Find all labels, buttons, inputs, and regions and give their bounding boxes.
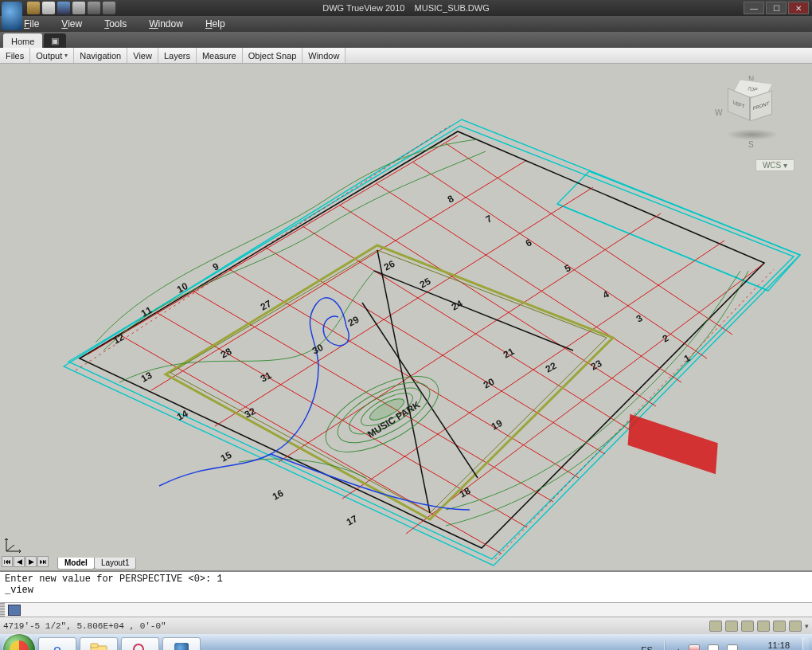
svg-text:17: 17 <box>345 513 360 528</box>
maximize-button[interactable]: ☐ <box>766 2 787 14</box>
task-explorer-icon[interactable] <box>80 637 118 650</box>
svg-text:30: 30 <box>310 342 326 357</box>
panel-navigation[interactable]: Navigation <box>74 48 127 63</box>
menu-tools[interactable]: Tools <box>104 18 127 29</box>
command-history[interactable]: Enter new value for PERSPECTIVE <0>: 1 _… <box>0 572 812 602</box>
compass-s: S <box>748 140 754 149</box>
status-toggle-4-icon[interactable] <box>757 621 770 632</box>
svg-text:21: 21 <box>502 346 517 361</box>
svg-text:29: 29 <box>346 314 361 329</box>
status-toggle-5-icon[interactable] <box>773 621 786 632</box>
tray-chevron-icon[interactable]: ▴ <box>677 646 681 650</box>
menu-window[interactable]: Window <box>149 18 183 29</box>
title-bar: DWG TrueView 2010 MUSIC_SUB.DWG — ☐ ✕ <box>0 0 812 16</box>
svg-text:18: 18 <box>458 485 473 500</box>
tray-volume-icon[interactable] <box>727 644 738 650</box>
svg-text:3: 3 <box>634 312 645 325</box>
viewcube-shadow <box>726 129 779 140</box>
svg-text:31: 31 <box>259 370 274 385</box>
svg-text:16: 16 <box>271 487 286 503</box>
ribbon-tab-strip: Home ▣ <box>0 32 812 48</box>
tray-time: 11:18 <box>746 640 790 650</box>
command-grip-icon[interactable] <box>0 603 5 617</box>
layout-tab-layout1[interactable]: Layout1 <box>94 558 137 570</box>
command-input[interactable] <box>23 605 812 615</box>
drawing-svg: MUSIC PARK 1 2 3 4 5 6 7 8 9 10 11 12 13… <box>0 64 812 570</box>
svg-rect-39 <box>91 644 98 648</box>
status-toggle-2-icon[interactable] <box>725 621 738 632</box>
svg-text:19: 19 <box>490 417 505 433</box>
tab-home[interactable]: Home <box>3 33 42 48</box>
status-toggle-3-icon[interactable] <box>741 621 754 632</box>
svg-text:4: 4 <box>601 288 611 301</box>
ribbon: Files Output Navigation View Layers Meas… <box>0 48 812 64</box>
status-coords: 4719'-5 1/2", 5.806E+04 , 0'-0" <box>3 621 166 631</box>
svg-text:15: 15 <box>219 449 234 464</box>
file-name: MUSIC_SUB.DWG <box>415 3 490 13</box>
tray-clock[interactable]: 11:18 17/11/2009 <box>746 640 790 650</box>
svg-text:22: 22 <box>544 360 559 375</box>
status-menu-chevron-icon[interactable]: ▾ <box>805 622 809 630</box>
tab-expand[interactable]: ▣ <box>44 33 66 48</box>
start-button[interactable] <box>3 634 35 650</box>
svg-text:25: 25 <box>418 276 433 291</box>
svg-text:26: 26 <box>382 258 397 273</box>
svg-text:7: 7 <box>484 213 494 225</box>
panel-object-snap[interactable]: Object Snap <box>243 48 303 63</box>
svg-text:24: 24 <box>450 298 465 313</box>
tray-separator <box>664 641 666 650</box>
svg-rect-5 <box>628 414 718 474</box>
svg-text:8: 8 <box>446 193 456 206</box>
layout-nav-arrows: ⏮ ◀ ▶ ⏭ <box>2 556 49 567</box>
task-ie-icon[interactable]: e <box>38 637 76 650</box>
command-input-row <box>0 602 812 617</box>
nav-first-icon[interactable]: ⏮ <box>2 556 13 567</box>
nav-last-icon[interactable]: ⏭ <box>37 556 49 567</box>
tray-network-icon[interactable] <box>708 644 719 650</box>
panel-window[interactable]: Window <box>303 48 345 63</box>
view-cube[interactable]: N W S TOP LEFT FRONT <box>716 75 788 147</box>
svg-text:20: 20 <box>482 376 497 391</box>
menu-bar: File View Tools Window Help <box>0 16 812 32</box>
qat-new-icon[interactable] <box>27 2 40 14</box>
command-window: Enter new value for PERSPECTIVE <0>: 1 _… <box>0 570 812 617</box>
task-trueview-icon[interactable] <box>162 637 201 650</box>
panel-files[interactable]: Files <box>0 48 30 63</box>
drawing-viewport[interactable]: MUSIC PARK 1 2 3 4 5 6 7 8 9 10 11 12 13… <box>0 64 812 570</box>
tray-language[interactable]: ES <box>641 645 653 650</box>
nav-prev-icon[interactable]: ◀ <box>14 556 25 567</box>
minimize-button[interactable]: — <box>744 2 764 14</box>
qat-redo-icon[interactable] <box>103 2 115 14</box>
status-toggle-1-icon[interactable] <box>709 621 722 632</box>
svg-text:9: 9 <box>211 260 221 273</box>
show-desktop-button[interactable] <box>802 637 809 650</box>
qat-print-icon[interactable] <box>72 2 85 14</box>
panel-output[interactable]: Output <box>30 48 74 63</box>
app-name: DWG TrueView 2010 <box>322 3 404 13</box>
task-magnifier-icon[interactable] <box>121 637 159 650</box>
compass-w: W <box>715 108 722 117</box>
status-toggle-6-icon[interactable] <box>789 621 802 632</box>
app-icon[interactable] <box>2 2 22 30</box>
panel-view[interactable]: View <box>127 48 158 63</box>
wcs-badge[interactable]: WCS ▾ <box>755 159 794 171</box>
windows-taskbar: e ES ▴ 11:18 17/11/2009 <box>0 634 812 650</box>
panel-layers[interactable]: Layers <box>158 48 197 63</box>
menu-file[interactable]: File <box>24 18 39 29</box>
svg-text:6: 6 <box>524 237 534 249</box>
qat-open-icon[interactable] <box>42 2 55 14</box>
close-button[interactable]: ✕ <box>788 2 809 14</box>
command-handle-icon[interactable] <box>8 605 21 616</box>
menu-help[interactable]: Help <box>205 18 225 29</box>
svg-text:1: 1 <box>682 352 693 365</box>
qat-undo-icon[interactable] <box>88 2 100 14</box>
panel-measure[interactable]: Measure <box>197 48 243 63</box>
nav-next-icon[interactable]: ▶ <box>25 556 37 567</box>
layout-tab-model[interactable]: Model <box>57 558 95 570</box>
window-title: DWG TrueView 2010 MUSIC_SUB.DWG <box>0 3 812 13</box>
tray-flag-icon[interactable] <box>689 644 700 650</box>
qat-plot-icon[interactable] <box>57 2 70 14</box>
menu-view[interactable]: View <box>61 18 82 29</box>
svg-text:13: 13 <box>139 370 154 385</box>
svg-text:12: 12 <box>111 331 127 347</box>
